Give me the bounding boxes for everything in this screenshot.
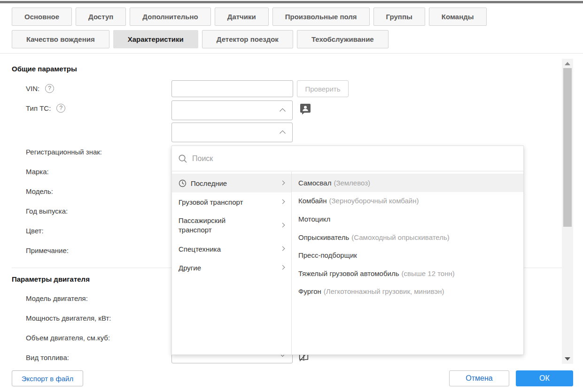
clock-icon	[179, 179, 187, 187]
vehicle-type-field-row: Тип ТС:	[26, 103, 65, 113]
vehicle-subtype-select[interactable]	[171, 123, 293, 142]
scroll-up-arrow-icon[interactable]	[565, 62, 570, 65]
tab-commands[interactable]: Команды	[429, 8, 487, 26]
dropdown-body: Последние Грузовой транспорт Пассажирски…	[172, 172, 523, 354]
dropdown-search-input[interactable]	[192, 154, 517, 163]
chevron-right-icon	[280, 223, 285, 228]
brand-label: Марка:	[26, 167, 49, 176]
category-label: Последние	[191, 179, 227, 187]
chevron-up-icon	[280, 131, 286, 137]
option-note: (Самоходный опрыскиватель)	[351, 233, 449, 241]
engine-section-title: Параметры двигателя	[12, 275, 90, 283]
option-note: (свыше 12 тонн)	[402, 269, 455, 277]
engine-model-label: Модель двигателя:	[26, 293, 88, 303]
vin-input[interactable]	[171, 80, 293, 97]
dropdown-option-list: Самосвал (Землевоз) Комбайн (Зерноубороч…	[292, 172, 523, 354]
color-label: Цвет:	[26, 226, 44, 235]
verify-vin-button[interactable]: Проверить	[297, 80, 349, 97]
tab-trip-detector[interactable]: Детектор поездок	[202, 30, 293, 48]
tab-groups[interactable]: Группы	[373, 8, 425, 26]
category-label: Другие	[179, 264, 201, 272]
tab-characteristics[interactable]: Характеристики	[113, 30, 198, 48]
tab-general[interactable]: Основное	[12, 8, 72, 26]
vin-field-row: VIN:	[26, 84, 54, 93]
option-name: Фургон	[298, 287, 321, 295]
unit-properties-dialog: Основное Доступ Дополнительно Датчики Пр…	[0, 0, 583, 392]
tab-access[interactable]: Доступ	[76, 8, 126, 26]
registration-plate-label: Регистрационный знак:	[26, 147, 102, 156]
vertical-scrollbar[interactable]	[562, 59, 573, 364]
option-note: (Легкотоннажный грузовик, минивэн)	[324, 287, 444, 295]
category-label: Пассажирский транспорт	[179, 216, 242, 235]
option-dump-truck[interactable]: Самосвал (Землевоз)	[292, 174, 523, 192]
option-sprayer[interactable]: Опрыскиватель (Самоходный опрыскиватель)	[292, 228, 523, 246]
chevron-right-icon	[280, 181, 285, 185]
tab-custom-fields[interactable]: Произвольные поля	[272, 8, 370, 26]
year-label: Год выпуска:	[26, 206, 68, 215]
dropdown-search-row	[172, 146, 523, 171]
chevron-right-icon	[280, 265, 285, 270]
export-to-file-button[interactable]: Экспорт в файл	[12, 370, 83, 386]
category-passenger-transport[interactable]: Пассажирский транспорт	[172, 211, 291, 239]
fuel-type-label: Вид топлива:	[26, 353, 69, 362]
category-label: Спецтехника	[179, 245, 221, 253]
option-motorcycle[interactable]: Мотоцикл	[292, 210, 523, 228]
chevron-right-icon	[280, 200, 285, 204]
tab-driving-quality[interactable]: Качество вождения	[12, 30, 109, 48]
chevron-right-icon	[280, 246, 285, 251]
tabs-divider	[0, 53, 583, 54]
option-name: Пресс-подборщик	[298, 251, 357, 259]
chevron-up-icon	[280, 108, 286, 115]
driver-card-icon[interactable]	[299, 102, 312, 115]
category-recent[interactable]: Последние	[172, 174, 291, 192]
option-name: Самосвал	[298, 179, 331, 187]
vin-label: VIN:	[26, 85, 39, 92]
search-icon	[178, 154, 187, 163]
tab-maintenance[interactable]: Техобслуживание	[297, 30, 389, 48]
comment-label: Примечание:	[26, 246, 69, 255]
vehicle-type-dropdown-panel: Последние Грузовой транспорт Пассажирски…	[171, 146, 524, 355]
option-name: Комбайн	[298, 197, 326, 205]
vehicle-type-select[interactable]	[171, 100, 293, 120]
tabs-row-2: Качество вождения Характеристики Детекто…	[12, 30, 389, 48]
engine-power-label: Мощность двигателя, кВт:	[26, 313, 111, 323]
option-name: Опрыскиватель	[298, 233, 349, 241]
option-van[interactable]: Фургон (Легкотоннажный грузовик, минивэн…	[292, 283, 523, 301]
tab-advanced[interactable]: Дополнительно	[130, 8, 210, 26]
cancel-button[interactable]: Отмена	[449, 370, 509, 386]
tab-sensors[interactable]: Датчики	[215, 8, 269, 26]
scroll-down-arrow-icon[interactable]	[565, 357, 570, 361]
option-harvester[interactable]: Комбайн (Зерноуборочный комбайн)	[292, 192, 523, 210]
category-special-machinery[interactable]: Спецтехника	[172, 239, 291, 258]
ok-button[interactable]: ОК	[516, 370, 573, 386]
category-other[interactable]: Другие	[172, 258, 291, 277]
dropdown-category-list: Последние Грузовой транспорт Пассажирски…	[172, 172, 292, 354]
option-baler[interactable]: Пресс-подборщик	[292, 246, 523, 264]
window-edge-bar	[0, 1, 583, 3]
vehicle-type-label: Тип ТС:	[26, 104, 51, 112]
option-name: Тяжелый грузовой автомобиль	[298, 269, 399, 277]
scrollbar-thumb[interactable]	[563, 68, 572, 227]
model-label: Модель:	[26, 186, 53, 196]
general-section-title: Общие параметры	[12, 65, 77, 73]
category-label: Грузовой транспорт	[179, 198, 243, 206]
category-cargo-transport[interactable]: Грузовой транспорт	[172, 192, 291, 211]
option-heavy-truck[interactable]: Тяжелый грузовой автомобиль (свыше 12 то…	[292, 264, 523, 283]
option-note: (Зерноуборочный комбайн)	[329, 197, 419, 205]
vehicle-type-help-icon[interactable]	[56, 104, 65, 113]
option-note: (Землевоз)	[334, 179, 370, 187]
vin-help-icon[interactable]	[45, 84, 54, 93]
option-name: Мотоцикл	[298, 215, 330, 223]
engine-volume-label: Объем двигателя, см.куб:	[26, 333, 110, 342]
tabs-row-1: Основное Доступ Дополнительно Датчики Пр…	[12, 8, 487, 26]
